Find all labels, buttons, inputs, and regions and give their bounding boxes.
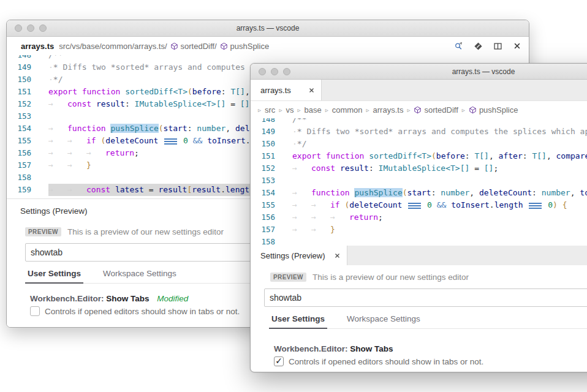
code-editor[interactable]: 148/**149·* Diffs two *sorted* arrays an…: [251, 118, 587, 246]
settings-search-input[interactable]: [264, 288, 587, 307]
code-line[interactable]: 149·* Diffs two *sorted* arrays and comp…: [251, 126, 587, 138]
code-line[interactable]: 155→→if (deleteCount 0 && toInsert.lengt…: [251, 199, 587, 211]
setting-show-tabs: Workbench.Editor: Show Tabs: [274, 344, 587, 353]
preview-banner-text: This is a preview of our new settings ed…: [67, 227, 224, 236]
code-line[interactable]: 157→→}: [251, 224, 587, 236]
line-number: 150: [7, 74, 31, 86]
tab-whitespace-arrow-icon: →: [67, 147, 86, 159]
tab-whitespace-arrow-icon: →: [292, 199, 311, 211]
breadcrumb-item-common[interactable]: common: [332, 105, 363, 115]
close-window-button[interactable]: [259, 68, 266, 75]
preview-banner-text: This is a preview of our new settings ed…: [312, 273, 469, 282]
code-line[interactable]: 150·*/: [251, 138, 587, 150]
titlebar[interactable]: arrays.ts — vscode: [7, 20, 529, 37]
tab-whitespace-arrow-icon: →: [48, 135, 67, 147]
triple-equals-ligature: [408, 205, 421, 206]
setting-name: Show Tabs: [106, 294, 149, 303]
breadcrumb: ▹src▹vs▹base▹common▹arrays.ts▹sortedDiff…: [251, 101, 587, 118]
line-number: 152: [7, 98, 31, 110]
tab-settings-preview[interactable]: Settings (Preview): [251, 246, 347, 265]
close-tab-icon[interactable]: [325, 252, 341, 259]
traffic-lights: [15, 24, 47, 32]
show-tabs-checkbox[interactable]: [30, 306, 40, 316]
window-title: arrays.ts — vscode: [237, 24, 300, 32]
tab-workspace-settings[interactable]: Workspace Settings: [100, 269, 179, 283]
symbol-pushsplice[interactable]: pushSplice: [230, 42, 270, 51]
close-window-button[interactable]: [15, 24, 22, 32]
window-title: arrays.ts — vscode: [452, 67, 515, 76]
setting-category: Workbench.Editor:: [274, 344, 348, 353]
line-number: 151: [251, 150, 275, 162]
tab-workspace-settings[interactable]: Workspace Settings: [344, 314, 423, 328]
tab-whitespace-arrow-icon: →: [311, 199, 330, 211]
line-number: 155: [251, 199, 275, 211]
editor-title-row: arrays.ts src/vs/base/common/arrays.ts/ …: [7, 37, 529, 55]
code-line[interactable]: 148/**: [251, 118, 587, 126]
setting-description: Controls if opened editors should show i…: [289, 357, 483, 366]
setting-description: Controls if opened editors should show i…: [45, 307, 240, 316]
tab-arrays-ts[interactable]: arrays.ts: [251, 80, 322, 100]
code-line[interactable]: 158: [251, 236, 587, 246]
show-tabs-checkbox[interactable]: ✓: [274, 356, 284, 366]
line-number: 151: [7, 86, 31, 98]
code-line[interactable]: 151export function sortedDiff<T>(before:…: [251, 150, 587, 162]
setting-name: Show Tabs: [350, 344, 393, 353]
triple-equals-ligature: [529, 205, 542, 206]
zoom-window-button[interactable]: [39, 24, 47, 32]
preview-badge: PREVIEW: [25, 227, 61, 236]
close-tab-icon[interactable]: [300, 87, 315, 94]
preview-badge: PREVIEW: [270, 273, 306, 282]
breadcrumb-separator-icon: ▹: [462, 107, 465, 113]
tab-whitespace-arrow-icon: →: [48, 98, 67, 110]
checkmark-icon: ✓: [275, 356, 282, 365]
line-number: 152: [251, 162, 275, 175]
traffic-lights: [259, 68, 290, 75]
breadcrumb-separator-icon: ▹: [325, 107, 328, 113]
triple-equals-ligature: [164, 141, 177, 142]
line-number: 156: [7, 147, 31, 159]
code-line[interactable]: 152→const result: IMutableSplice<T>[] = …: [251, 162, 587, 175]
file-path-label: src/vs/base/common/arrays.ts/ sortedDiff…: [59, 42, 269, 51]
line-number: 148: [7, 55, 31, 61]
breadcrumb-separator-icon: ▹: [258, 107, 261, 113]
breadcrumb-separator-icon: ▹: [366, 107, 369, 113]
search-icon[interactable]: [454, 42, 463, 51]
desktop: arrays.ts — vscode arrays.ts src/vs/base…: [0, 0, 587, 392]
code-line[interactable]: 148/**: [7, 55, 529, 61]
symbol-sorteddiff[interactable]: sortedDiff/: [181, 42, 217, 51]
tab-whitespace-arrow-icon: →: [48, 159, 67, 172]
breadcrumb-item-vs[interactable]: vs: [286, 105, 294, 115]
open-changes-icon[interactable]: [474, 42, 483, 51]
vscode-window-with-tabs: arrays.ts — vscode arrays.ts ▹src▹vs▹bas…: [250, 63, 587, 372]
symbol-cube-icon: [170, 42, 178, 50]
line-number: 156: [251, 211, 275, 224]
zoom-window-button[interactable]: [283, 68, 290, 75]
line-number: 149: [251, 126, 275, 138]
tab-whitespace-arrow-icon: →: [67, 184, 86, 196]
line-number: 149: [7, 61, 31, 74]
breadcrumb-item-sorteddiff[interactable]: sortedDiff: [414, 105, 458, 115]
code-line[interactable]: 154→function pushSplice(start: number, d…: [251, 187, 587, 199]
close-icon[interactable]: [513, 42, 521, 50]
breadcrumb-item-pushsplice[interactable]: pushSplice: [469, 105, 518, 115]
minimize-window-button[interactable]: [27, 24, 34, 32]
tab-user-settings[interactable]: User Settings: [269, 314, 327, 329]
minimize-window-button[interactable]: [271, 68, 278, 75]
breadcrumb-item-arrays-ts[interactable]: arrays.ts: [373, 105, 404, 115]
symbol-cube-icon: [220, 42, 228, 50]
code-line[interactable]: 156→→→return;: [251, 211, 587, 224]
code-line[interactable]: 153: [251, 175, 587, 187]
tab-user-settings[interactable]: User Settings: [25, 269, 83, 284]
symbol-cube-icon: [469, 106, 477, 114]
titlebar[interactable]: arrays.ts — vscode: [251, 64, 587, 80]
breadcrumb-separator-icon: ▹: [279, 107, 282, 113]
breadcrumb-item-src[interactable]: src: [265, 105, 275, 115]
tab-whitespace-arrow-icon: →: [48, 184, 67, 196]
breadcrumb-item-base[interactable]: base: [304, 105, 321, 115]
tab-whitespace-arrow-icon: →: [292, 187, 311, 199]
breadcrumb-separator-icon: ▹: [297, 107, 300, 113]
split-editor-icon[interactable]: [493, 42, 502, 51]
setting-category: Workbench.Editor:: [30, 294, 104, 303]
line-number: 153: [251, 175, 275, 187]
settings-editor: PREVIEW This is a preview of our new set…: [251, 273, 587, 366]
